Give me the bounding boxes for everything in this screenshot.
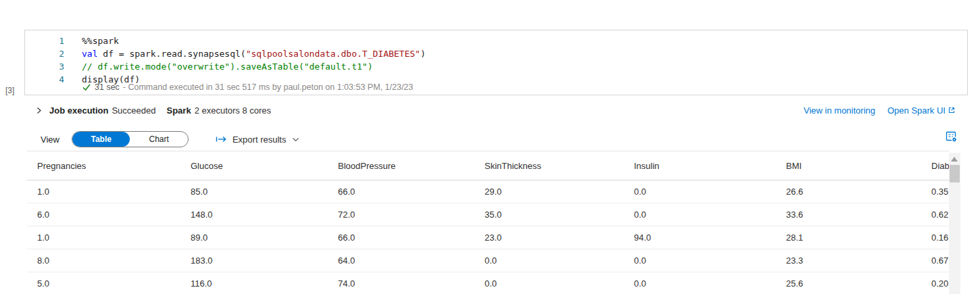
table-cell: 0.0 [624,203,776,226]
job-links: View in monitoring Open Spark UI [804,103,956,117]
code-line[interactable]: 3// df.write.mode("overwrite").saveAsTab… [25,60,967,73]
line-number: 2 [25,47,67,60]
column-header: Diab [921,151,949,180]
chevron-down-icon [291,135,300,144]
open-spark-ui-link[interactable]: Open Spark UI [887,105,956,116]
view-label: View [41,134,59,145]
table-row: 8.0183.064.00.00.023.30.67 [27,249,949,272]
column-header: BMI [776,151,921,180]
cell-execution-count: [3] [5,86,14,95]
table-cell: 28.1 [776,226,921,249]
chevron-right-icon[interactable] [35,107,43,114]
line-number: 3 [25,60,67,73]
table-row: 5.0116.074.00.00.025.60.20 [27,272,949,294]
table-cell: 0.16 [921,226,949,249]
table-cell: 33.6 [776,203,921,226]
cell-status-bar: 31 sec - Command executed in 31 sec 517 … [25,82,967,92]
column-header: Insulin [624,151,776,180]
open-spark-ui-label: Open Spark UI [887,105,946,116]
table-cell: 26.6 [776,180,921,203]
vertical-scrollbar[interactable] [949,153,960,294]
column-header: SkinThickness [474,151,624,180]
export-results-button[interactable]: Export results [216,134,300,145]
external-link-icon [948,106,956,114]
view-toggle-table[interactable]: Table [72,132,130,147]
column-header: Pregnancies [27,151,180,180]
code-line-content: %%spark [67,34,119,47]
view-in-monitoring-link[interactable]: View in monitoring [804,105,875,116]
table-cell: 72.0 [328,203,474,226]
table-header-row: PregnanciesGlucoseBloodPressureSkinThick… [27,151,949,180]
table-cell: 23.0 [474,226,624,249]
job-execution-status: Succeeded [112,105,155,116]
table-cell: 0.0 [624,249,776,272]
table-cell: 23.3 [776,249,921,272]
status-detail: - Command executed in 31 sec 517 ms by p… [123,82,413,92]
code-line-content: // df.write.mode("overwrite").saveAsTabl… [67,60,372,73]
table-cell: 85.0 [180,180,328,203]
status-duration: 31 sec [95,82,120,92]
success-check-icon [82,82,91,92]
job-execution-row: Job execution Succeeded Spark 2 executor… [35,103,271,117]
table-cell: 29.0 [474,180,624,203]
spark-detail: 2 executors 8 cores [195,105,271,116]
table-body: 1.085.066.029.00.026.60.356.0148.072.035… [27,180,949,294]
table-cell: 74.0 [328,272,474,294]
scroll-thumb[interactable] [950,165,960,182]
column-header: Glucose [180,151,328,180]
notebook-page: [3] 1%%spark2val df = spark.read.synapse… [0,0,980,294]
table-cell: 0.0 [474,249,624,272]
table-settings-button[interactable] [945,130,958,143]
table-cell: 148.0 [180,203,328,226]
view-toggle-chart[interactable]: Chart [130,132,188,147]
table-cell: 94.0 [624,226,776,249]
view-in-monitoring-label: View in monitoring [804,105,875,116]
table-row: 6.0148.072.035.00.033.60.62 [27,203,949,226]
export-results-label: Export results [232,134,286,145]
table-row: 1.089.066.023.094.028.10.16 [27,226,949,249]
table-cell: 0.67 [921,249,949,272]
table-cell: 66.0 [328,180,474,203]
table-cell: 1.0 [27,180,180,203]
column-header: BloodPressure [328,151,474,180]
table-row: 1.085.066.029.00.026.60.35 [27,180,949,203]
line-number: 1 [25,34,67,47]
results-table: PregnanciesGlucoseBloodPressureSkinThick… [27,151,949,294]
table-cell: 64.0 [328,249,474,272]
code-line[interactable]: 1%%spark [25,34,967,47]
view-toggle: TableChart [72,131,189,147]
table-cell: 5.0 [27,272,180,294]
table-cell: 6.0 [27,203,180,226]
code-line[interactable]: 2val df = spark.read.synapsesql("sqlpool… [25,47,967,60]
view-row: View TableChart Export results [41,130,300,148]
table-cell: 0.0 [624,272,776,294]
table-cell: 0.20 [921,272,949,294]
table-cell: 66.0 [328,226,474,249]
table-cell: 0.0 [474,272,624,294]
table-cell: 0.62 [921,203,949,226]
code-cell: 1%%spark2val df = spark.read.synapsesql(… [24,30,968,95]
table-cell: 0.0 [624,180,776,203]
table-cell: 0.35 [921,180,949,203]
table-cell: 183.0 [180,249,328,272]
table-cell: 1.0 [27,226,180,249]
spark-label: Spark [166,105,191,116]
table-cell: 116.0 [180,272,328,294]
code-editor[interactable]: 1%%spark2val df = spark.read.synapsesql(… [25,30,967,86]
code-line-content: val df = spark.read.synapsesql("sqlpools… [67,47,426,60]
table-cell: 89.0 [180,226,328,249]
table-cell: 25.6 [776,272,921,294]
table-cell: 35.0 [474,203,624,226]
export-icon [216,134,227,144]
job-execution-label: Job execution [49,105,108,116]
table-cell: 8.0 [27,249,180,272]
scroll-up-button[interactable] [951,157,958,162]
